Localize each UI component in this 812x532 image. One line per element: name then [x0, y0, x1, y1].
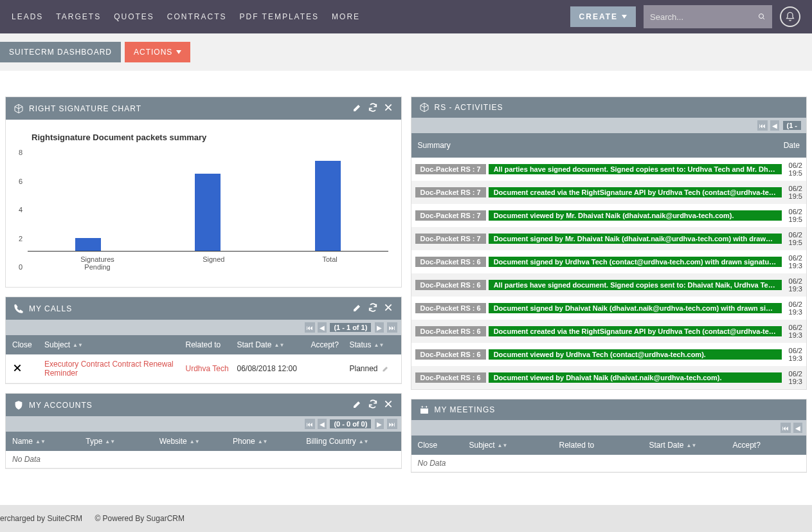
activity-row[interactable]: Doc-Packet RS : 6Document signed by Urdh… — [411, 250, 807, 273]
activity-tag: Doc-Packet RS : 6 — [415, 326, 486, 336]
call-related-link[interactable]: Urdhva Tech — [186, 364, 237, 373]
chart-bar — [182, 174, 233, 251]
refresh-icon[interactable] — [368, 102, 378, 115]
left-column: RIGHT SIGNATURE CHART Rightsignature Doc… — [5, 96, 402, 469]
col-subject[interactable]: Subject▲▼ — [44, 340, 186, 349]
col-phone[interactable]: Phone▲▼ — [233, 437, 306, 446]
actions-button[interactable]: ACTIONS — [125, 42, 190, 62]
call-status: Planned — [350, 363, 395, 374]
pager-next[interactable]: ▶ — [375, 322, 384, 333]
activity-row[interactable]: Doc-Packet RS : 7All parties have signed… — [411, 158, 807, 181]
chart-x-labels: Signatures Pending Signed Total — [39, 255, 388, 271]
activity-tag: Doc-Packet RS : 7 — [415, 187, 486, 197]
col-start[interactable]: Start Date▲▼ — [649, 441, 733, 450]
col-start[interactable]: Start Date▲▼ — [237, 340, 311, 349]
pager-label: (1 - — [783, 121, 802, 130]
pager-first[interactable]: ⏮ — [305, 322, 315, 333]
activity-date: 06/219:3 — [784, 370, 802, 385]
activity-row[interactable]: Doc-Packet RS : 7Document signed by Mr. … — [411, 227, 807, 250]
activity-tag: Doc-Packet RS : 7 — [415, 234, 486, 244]
pager-first[interactable]: ⏮ — [305, 419, 315, 429]
col-date[interactable]: Date — [784, 141, 800, 150]
activity-row[interactable]: Doc-Packet RS : 6All parties have signed… — [411, 273, 807, 297]
refresh-icon[interactable] — [368, 399, 378, 411]
activity-date: 06/219:3 — [784, 324, 802, 339]
chart-plot — [28, 149, 388, 252]
bell-icon — [785, 12, 795, 22]
activity-row[interactable]: Doc-Packet RS : 7Document viewed by Mr. … — [411, 204, 807, 227]
pager-prev[interactable]: ◀ — [770, 120, 779, 131]
edit-icon[interactable] — [352, 399, 363, 411]
pager-first[interactable]: ⏮ — [757, 120, 768, 131]
close-row-icon[interactable] — [12, 363, 44, 375]
panel-header: MY MEETINGS — [411, 399, 807, 420]
activity-row[interactable]: Doc-Packet RS : 6Document created via th… — [411, 320, 807, 343]
pager-next[interactable]: ▶ — [375, 419, 384, 429]
table-row: Executory Contract Contract Renewal Remi… — [6, 354, 401, 383]
table-header: Close Subject▲▼ Related to Start Date▲▼ … — [411, 436, 807, 455]
edit-row-icon[interactable] — [382, 363, 390, 374]
nav-pdf-templates[interactable]: PDF TEMPLATES — [239, 12, 319, 21]
col-subject[interactable]: Subject▲▼ — [469, 441, 559, 450]
col-related[interactable]: Related to — [186, 340, 237, 349]
call-start: 06/08/2018 12:00 — [237, 364, 311, 373]
col-accept[interactable]: Accept? — [311, 340, 350, 349]
pager-prev[interactable]: ◀ — [793, 423, 802, 433]
actions-label: ACTIONS — [134, 48, 172, 57]
activity-date: 06/219:3 — [784, 254, 802, 270]
panel-title: MY CALLS — [29, 304, 347, 313]
col-accept[interactable]: Accept? — [733, 441, 800, 450]
top-nav: LEADS TARGETS QUOTES CONTRACTS PDF TEMPL… — [0, 0, 812, 33]
edit-icon[interactable] — [352, 102, 363, 115]
col-billing[interactable]: Billing Country▲▼ — [306, 437, 394, 446]
dashboard: RIGHT SIGNATURE CHART Rightsignature Doc… — [0, 71, 812, 486]
search-icon[interactable] — [758, 12, 766, 22]
chart-y-axis: 8 6 4 2 0 — [19, 149, 28, 271]
activity-row[interactable]: Doc-Packet RS : 6Document viewed by Urdh… — [411, 343, 807, 366]
col-related[interactable]: Related to — [559, 441, 649, 450]
nav-leads[interactable]: LEADS — [12, 12, 43, 21]
pager-first[interactable]: ⏮ — [780, 423, 791, 433]
close-icon[interactable] — [383, 399, 393, 411]
nav-targets[interactable]: TARGETS — [56, 12, 101, 21]
footer-left: ercharged by SuiteCRM — [0, 514, 82, 523]
activities-list: Doc-Packet RS : 7All parties have signed… — [411, 158, 807, 389]
nav-more[interactable]: MORE — [332, 12, 360, 21]
create-button[interactable]: CREATE — [570, 6, 636, 27]
pager-prev[interactable]: ◀ — [318, 322, 327, 333]
svg-rect-11 — [420, 407, 428, 408]
edit-icon[interactable] — [352, 302, 363, 315]
panel-title: MY ACCOUNTS — [29, 401, 347, 410]
col-type[interactable]: Type▲▼ — [86, 437, 159, 446]
chart-bar — [62, 238, 114, 251]
activity-message: Document viewed by Mr. Dhaivat Naik (dha… — [489, 210, 782, 221]
col-close[interactable]: Close — [12, 340, 44, 349]
dashboard-button[interactable]: SUITECRM DASHBOARD — [0, 42, 121, 62]
pager: ⏮ ◀ — [411, 420, 807, 436]
panel-title: MY MEETINGS — [435, 405, 799, 414]
activity-message: Document viewed by Urdhva Tech (contact@… — [489, 349, 782, 360]
activity-row[interactable]: Doc-Packet RS : 6Document viewed by Dhai… — [411, 366, 807, 389]
nav-contracts[interactable]: CONTRACTS — [167, 12, 227, 21]
pager-last[interactable]: ⏭ — [387, 419, 397, 429]
activity-row[interactable]: Doc-Packet RS : 6Document signed by Dhai… — [411, 297, 807, 320]
panel-title: RS - ACTIVITIES — [435, 103, 799, 112]
nav-quotes[interactable]: QUOTES — [114, 12, 154, 21]
call-subject-link[interactable]: Executory Contract Contract Renewal Remi… — [44, 360, 186, 378]
activity-date: 06/219:5 — [784, 231, 802, 246]
svg-line-1 — [763, 18, 765, 20]
close-icon[interactable] — [383, 102, 393, 115]
col-website[interactable]: Website▲▼ — [159, 437, 233, 446]
pager-last[interactable]: ⏭ — [387, 322, 397, 333]
notifications-button[interactable] — [780, 6, 800, 27]
refresh-icon[interactable] — [368, 302, 378, 315]
col-close[interactable]: Close — [418, 441, 469, 450]
pager-prev[interactable]: ◀ — [318, 419, 327, 429]
panel-header: MY CALLS — [6, 297, 401, 320]
col-name[interactable]: Name▲▼ — [12, 437, 86, 446]
activity-row[interactable]: Doc-Packet RS : 7Document created via th… — [411, 181, 807, 204]
search-input[interactable] — [650, 12, 758, 22]
col-status[interactable]: Status▲▼ — [350, 340, 395, 349]
close-icon[interactable] — [383, 302, 393, 315]
col-summary[interactable]: Summary — [418, 141, 451, 150]
